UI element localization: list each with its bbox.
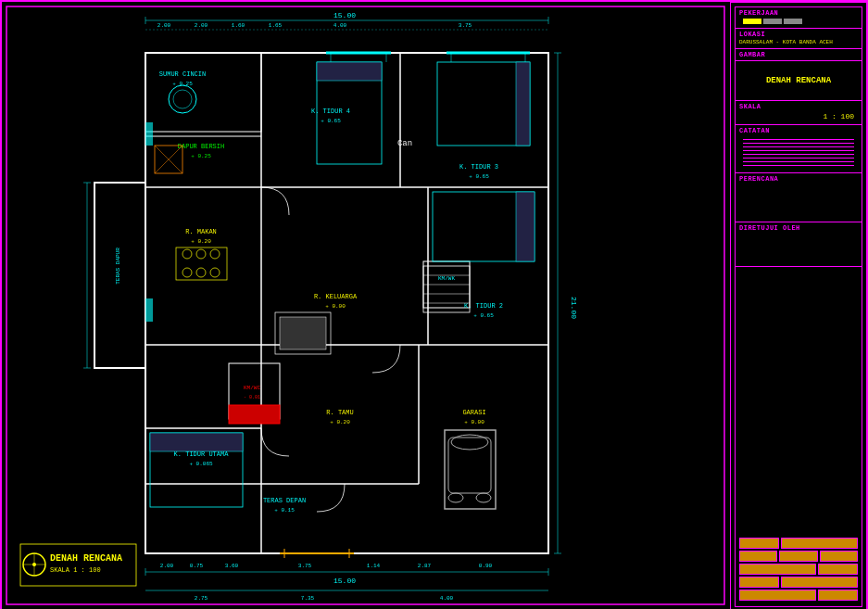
stamp-row-5 xyxy=(739,590,858,601)
skala-label: SKALA xyxy=(739,103,858,110)
stamp-row-1 xyxy=(739,538,858,549)
stamp-box-6 xyxy=(739,564,816,575)
svg-text:+ 0.25: + 0.25 xyxy=(172,81,193,87)
pekerjaan-legend xyxy=(739,17,858,26)
stamp-area xyxy=(739,538,858,603)
legend-box-3 xyxy=(784,19,802,24)
catatan-line-7 xyxy=(743,161,854,162)
svg-text:2.75: 2.75 xyxy=(195,595,208,602)
stamp-box-5 xyxy=(820,551,858,562)
svg-rect-117 xyxy=(145,122,153,146)
skala-section: SKALA 1 : 100 xyxy=(736,101,862,125)
stamp-row-3 xyxy=(739,564,858,575)
svg-text:21.00: 21.00 xyxy=(570,297,578,319)
catatan-line-5 xyxy=(743,154,854,155)
catatan-section: CATATAN xyxy=(736,125,862,173)
floorplan-svg: 15.00 2.00 2.00 1.60 1.65 4.00 3.75 xyxy=(2,2,734,609)
stamp-box-11 xyxy=(818,590,858,601)
svg-text:2.00: 2.00 xyxy=(160,563,174,569)
skala-value: 1 : 100 xyxy=(739,110,858,122)
lokasi-section: LOKASI DARUSSALAM - KOTA BANDA ACEH xyxy=(736,29,862,49)
stamp-box-2 xyxy=(781,538,858,549)
svg-text:SKALA 1 : 100: SKALA 1 : 100 xyxy=(50,566,101,574)
stamp-box-10 xyxy=(739,590,816,601)
catatan-line-1 xyxy=(743,139,854,140)
svg-text:R. MAKAN: R. MAKAN xyxy=(185,228,217,235)
svg-text:0.90: 0.90 xyxy=(479,563,493,569)
legend-box-2 xyxy=(763,19,782,24)
svg-text:+ 0.65: + 0.65 xyxy=(321,118,341,124)
svg-text:K. TIDUR 3: K. TIDUR 3 xyxy=(459,163,498,171)
svg-text:+ 0.15: + 0.15 xyxy=(274,507,295,514)
svg-text:+ 0.00: + 0.00 xyxy=(464,419,484,425)
catatan-line-6 xyxy=(743,158,854,159)
svg-text:DENAH RENCANA: DENAH RENCANA xyxy=(50,553,122,564)
svg-text:GARASI: GARASI xyxy=(462,409,485,416)
svg-rect-113 xyxy=(150,433,243,451)
svg-rect-57 xyxy=(229,405,280,424)
svg-text:+ 0.65: + 0.65 xyxy=(473,312,494,319)
svg-rect-109 xyxy=(516,62,530,146)
svg-text:+ 0.00: + 0.00 xyxy=(325,303,346,310)
svg-text:3.75: 3.75 xyxy=(298,563,312,569)
svg-text:+ 0.20: + 0.20 xyxy=(330,419,350,425)
svg-text:R. TAMU: R. TAMU xyxy=(326,409,353,416)
svg-text:TERAS DEPAN: TERAS DEPAN xyxy=(263,497,306,504)
svg-text:3.75: 3.75 xyxy=(459,22,472,29)
title-block: PEKERJAAN LOKASI DARUSSALAM - KOTA BANDA… xyxy=(730,2,866,609)
perencana-label: PERENCANA xyxy=(739,175,858,183)
svg-rect-107 xyxy=(317,62,382,81)
legend-box-1 xyxy=(743,19,761,24)
svg-text:SUMUR CINCIN: SUMUR CINCIN xyxy=(159,70,206,78)
svg-rect-51 xyxy=(280,317,326,349)
svg-text:3.60: 3.60 xyxy=(225,563,239,569)
svg-text:2.87: 2.87 xyxy=(418,563,432,569)
perencana-section: PERENCANA xyxy=(736,173,862,222)
svg-text:15.00: 15.00 xyxy=(333,11,356,19)
svg-text:KM/WC: KM/WC xyxy=(244,385,260,391)
lokasi-label: LOKASI xyxy=(739,31,858,38)
catatan-label: CATATAN xyxy=(739,127,858,134)
title-block-inner: PEKERJAAN LOKASI DARUSSALAM - KOTA BANDA… xyxy=(735,6,862,607)
stamp-box-8 xyxy=(739,577,779,588)
svg-text:1.65: 1.65 xyxy=(269,22,283,29)
gambar-title: DENAH RENCANA xyxy=(739,70,858,91)
lokasi-value: DARUSSALAM - KOTA BANDA ACEH xyxy=(739,38,858,46)
stamp-box-4 xyxy=(779,551,817,562)
stamp-box-3 xyxy=(739,551,777,562)
svg-text:4.00: 4.00 xyxy=(333,22,347,29)
svg-text:0.75: 0.75 xyxy=(190,563,204,569)
svg-text:- 0.01: - 0.01 xyxy=(244,395,260,400)
gambar-label: GAMBAR xyxy=(739,51,858,58)
stamp-row-4 xyxy=(739,577,858,588)
svg-text:TERAS DAPUR: TERAS DAPUR xyxy=(115,247,121,285)
svg-text:4.00: 4.00 xyxy=(440,595,454,602)
pekerjaan-label: PEKERJAAN xyxy=(739,9,858,17)
svg-rect-118 xyxy=(145,298,153,322)
svg-text:1.60: 1.60 xyxy=(232,22,245,29)
main-container: 15.00 2.00 2.00 1.60 1.65 4.00 3.75 xyxy=(0,0,868,609)
svg-text:+ 0.20: + 0.20 xyxy=(191,238,211,245)
svg-text:KM/WK: KM/WK xyxy=(438,275,455,282)
svg-text:DAPUR BERSIH: DAPUR BERSIH xyxy=(178,143,224,150)
stamp-row-2 xyxy=(739,551,858,562)
stamp-box-1 xyxy=(739,538,779,549)
stamp-box-7 xyxy=(818,564,858,575)
catatan-line-4 xyxy=(743,150,854,151)
svg-text:Can: Can xyxy=(397,139,412,148)
svg-rect-0 xyxy=(2,2,734,609)
diretujui-label: DIRETUJUI OLEH xyxy=(739,224,858,232)
svg-text:+ 0.25: + 0.25 xyxy=(191,153,211,159)
catatan-line-3 xyxy=(743,146,854,147)
gambar-title-section: DENAH RENCANA xyxy=(736,61,862,101)
catatan-lines xyxy=(739,134,858,171)
svg-rect-111 xyxy=(516,192,535,261)
catatan-line-8 xyxy=(743,165,854,166)
svg-text:7.35: 7.35 xyxy=(301,595,315,602)
svg-text:+ 0.065: + 0.065 xyxy=(189,461,213,467)
pekerjaan-section: PEKERJAAN xyxy=(736,7,862,29)
stamp-box-9 xyxy=(781,577,858,588)
svg-text:1.14: 1.14 xyxy=(367,563,381,569)
svg-text:2.00: 2.00 xyxy=(195,22,208,29)
svg-text:15.00: 15.00 xyxy=(333,577,356,585)
